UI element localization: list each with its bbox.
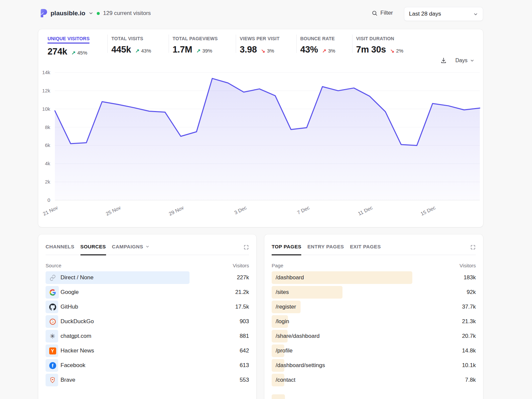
- chevron-down-icon: [473, 12, 478, 17]
- arrow-down-icon: ↘: [261, 48, 265, 54]
- row-label: /dashboard: [276, 274, 304, 281]
- stat-value: 43%: [300, 45, 318, 55]
- row-label: /share/dashboard: [276, 333, 320, 339]
- row-value: 14.8k: [462, 344, 476, 357]
- tab-sources[interactable]: SOURCES: [80, 244, 106, 255]
- source-row-duckduckgo[interactable]: DuckDuckGo903: [46, 315, 249, 328]
- page-row-login[interactable]: /login21.3k: [272, 315, 476, 328]
- google-icon: [49, 289, 56, 296]
- current-visitors[interactable]: 129 current visitors: [97, 10, 151, 17]
- source-row-chatgpt-com[interactable]: ✳chatgpt.com881: [46, 330, 249, 342]
- interval-dropdown[interactable]: Days: [456, 58, 474, 64]
- github-icon: [49, 303, 56, 311]
- site-name: plausible.io: [51, 10, 85, 17]
- stat-divider: [296, 35, 297, 53]
- tab-exit-pages[interactable]: EXIT PAGES: [350, 244, 381, 255]
- brave-icon: [49, 376, 56, 384]
- row-label: GitHub: [61, 304, 78, 310]
- source-row-hacker-news[interactable]: YHacker News642: [46, 344, 249, 357]
- row-label: chatgpt.com: [61, 333, 91, 339]
- source-row-facebook[interactable]: fFacebook613: [46, 359, 249, 372]
- row-content: DuckDuckGo: [46, 315, 249, 328]
- stat-views-per-visit[interactable]: VIEWS PER VISIT3.98↘3%: [240, 36, 280, 55]
- stat-change-percent: 3%: [328, 48, 335, 54]
- stat-total-pageviews[interactable]: TOTAL PAGEVIEWS1.7M↗39%: [173, 36, 218, 55]
- tab-label: SOURCES: [80, 244, 106, 249]
- row-content: /sites: [272, 286, 476, 299]
- x-tick-label: 25 Nov: [105, 204, 122, 216]
- page-row-share-dashboard[interactable]: /share/dashboard20.7k: [272, 330, 476, 342]
- row-content: Brave: [46, 374, 249, 386]
- tab-entry-pages[interactable]: ENTRY PAGES: [307, 244, 344, 255]
- search-icon: [371, 10, 378, 16]
- tab-label: TOP PAGES: [272, 244, 301, 249]
- stat-visit-duration[interactable]: VISIT DURATION7m 30s↘2%: [356, 36, 403, 55]
- stat-value: 445k: [111, 45, 131, 55]
- stat-value-row: 1.7M↗39%: [173, 45, 218, 55]
- row-content: GitHub: [46, 301, 249, 313]
- expand-icon[interactable]: [470, 244, 476, 250]
- expand-icon[interactable]: [243, 244, 249, 250]
- openai-icon: ✳: [50, 333, 56, 339]
- stat-bounce-rate[interactable]: BOUNCE RATE43%↗3%: [300, 36, 335, 55]
- row-content: fFacebook: [46, 359, 249, 372]
- source-row-direct-none[interactable]: Direct / None227k: [46, 271, 249, 284]
- row-value: 17.5k: [235, 301, 249, 313]
- facebook-icon: f: [49, 362, 56, 369]
- source-row-github[interactable]: GitHub17.5k: [46, 301, 249, 313]
- tab-label: EXIT PAGES: [350, 244, 381, 249]
- row-label: Hacker News: [61, 347, 94, 354]
- stat-unique-visitors[interactable]: UNIQUE VISITORS274k↗45%: [48, 36, 89, 57]
- page-row-profile[interactable]: /profile14.8k: [272, 344, 476, 357]
- row-content: Google: [46, 286, 249, 299]
- row-content: /contact: [272, 374, 476, 386]
- chevron-down-icon: [470, 58, 474, 63]
- stat-change-percent: 45%: [77, 50, 87, 56]
- stat-label: UNIQUE VISITORS: [48, 36, 89, 44]
- column-source: Source: [46, 263, 62, 268]
- y-tick-label: 12k: [42, 88, 51, 93]
- row-content: /share/dashboard: [272, 330, 476, 342]
- row-value: 7.8k: [465, 374, 476, 386]
- stat-value: 274k: [48, 47, 67, 57]
- row-content: YHacker News: [46, 344, 249, 357]
- row-label: DuckDuckGo: [61, 318, 94, 325]
- page-row-dashboard[interactable]: /dashboard183k: [272, 271, 476, 284]
- site-switcher[interactable]: plausible.io: [39, 9, 93, 18]
- stat-change-percent: 43%: [141, 48, 151, 54]
- y-tick-label: 0: [48, 197, 50, 203]
- hackernews-icon: Y: [49, 347, 56, 354]
- row-label: /register: [276, 304, 296, 310]
- stat-divider: [169, 35, 169, 53]
- pages-list: /dashboard183k/sites92k/register37.7k/lo…: [272, 271, 476, 388]
- source-row-brave[interactable]: Brave553: [46, 374, 249, 386]
- source-row-google[interactable]: Google21.2k: [46, 286, 249, 299]
- filter-button[interactable]: Filter: [371, 10, 393, 16]
- filter-label: Filter: [380, 10, 393, 16]
- y-tick-label: 8k: [45, 124, 50, 130]
- column-visitors: Visitors: [233, 263, 249, 268]
- arrow-up-icon: ↗: [135, 48, 140, 54]
- tab-channels[interactable]: CHANNELS: [46, 244, 74, 255]
- visitors-area-chart[interactable]: 02k4k6k8k10k12k14k21 Nov25 Nov29 Nov3 De…: [38, 65, 483, 224]
- stat-value: 1.7M: [173, 45, 192, 55]
- download-icon[interactable]: [440, 57, 447, 64]
- pages-tabs: TOP PAGESENTRY PAGESEXIT PAGES: [272, 244, 476, 255]
- page-row-contact[interactable]: /contact7.8k: [272, 374, 476, 386]
- arrow-up-icon: ↗: [197, 48, 201, 54]
- page-row-sites[interactable]: /sites92k: [272, 286, 476, 299]
- stat-change: ↗3%: [322, 48, 335, 54]
- stat-change-percent: 3%: [267, 48, 274, 54]
- tab-campaigns[interactable]: CAMPAIGNS: [112, 244, 150, 255]
- stat-total-visits[interactable]: TOTAL VISITS445k↗43%: [111, 36, 151, 55]
- date-range-picker[interactable]: Last 28 days: [404, 7, 483, 21]
- tab-top-pages[interactable]: TOP PAGES: [272, 244, 301, 255]
- row-content: ✳chatgpt.com: [46, 330, 249, 342]
- tab-label: CHANNELS: [46, 244, 74, 249]
- stat-value: 7m 30s: [356, 45, 386, 55]
- row-label: /profile: [276, 347, 293, 354]
- page-row-register[interactable]: /register37.7k: [272, 301, 476, 313]
- column-page: Page: [272, 263, 283, 268]
- row-value: 37.7k: [462, 301, 476, 313]
- page-row-dashboard-settings[interactable]: /dashboard/settings10.1k: [272, 359, 476, 372]
